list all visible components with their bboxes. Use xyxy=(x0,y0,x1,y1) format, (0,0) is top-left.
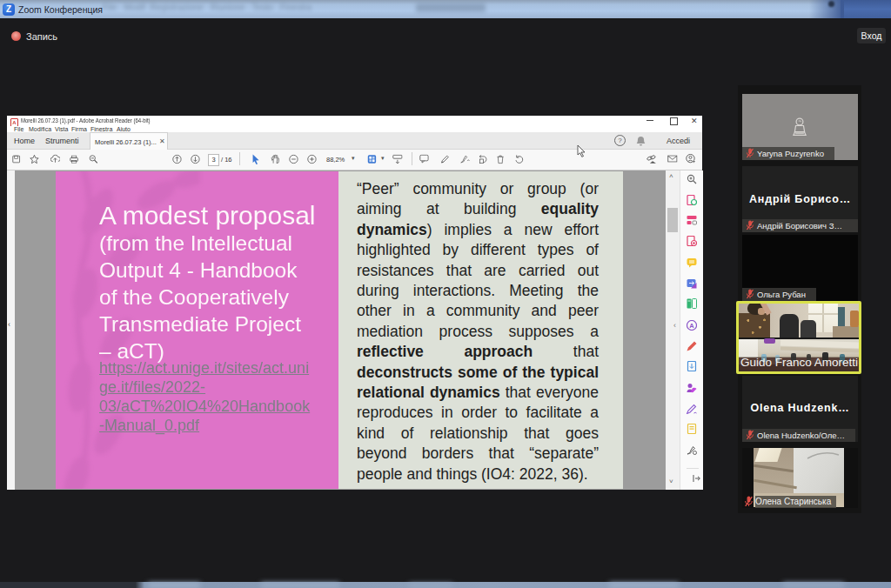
svg-text:A: A xyxy=(689,322,694,330)
